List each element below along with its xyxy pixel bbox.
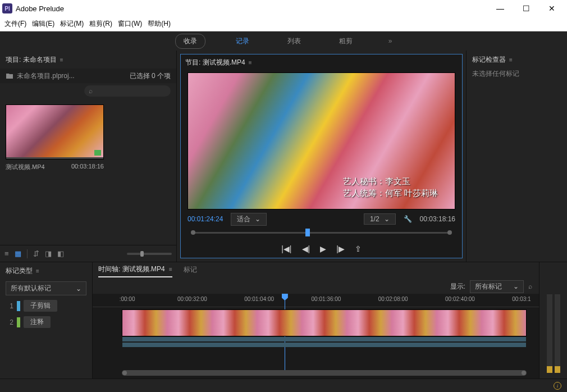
sort-icon[interactable]: ⇵: [33, 249, 39, 258]
marker-type-row[interactable]: 2 注释: [0, 314, 92, 330]
ruler-tick: 00:03:1: [512, 296, 531, 302]
ruler-tick: 00:02:08:00: [378, 296, 408, 302]
filter2-icon[interactable]: ◧: [57, 249, 64, 258]
info-icon[interactable]: i: [554, 382, 561, 390]
clip-grid: 测试视频.MP4 00:03:18:16: [0, 99, 176, 177]
step-forward-button[interactable]: |▶: [336, 244, 345, 253]
tab-timeline[interactable]: 时间轴: 测试视频.MP4 ≡: [98, 265, 172, 277]
ruler-tick: 00:00:32:00: [177, 296, 207, 302]
chevron-down-icon: ⌄: [76, 285, 81, 293]
tab-list[interactable]: 列表: [280, 34, 309, 48]
export-button[interactable]: ⇪: [355, 244, 362, 253]
marker-type-num: 1: [6, 302, 13, 310]
out-point-handle[interactable]: [447, 230, 452, 235]
zoom-fit-label: 适合: [237, 215, 250, 224]
search-icon: ⌕: [89, 87, 93, 95]
close-button[interactable]: ✕: [539, 0, 565, 17]
project-file[interactable]: 未命名项目.plproj...: [6, 71, 75, 81]
app-icon: Pl: [2, 3, 12, 13]
tab-logging[interactable]: 记录: [228, 34, 257, 48]
project-breadcrumb: 未命名项目.plproj... 已选择 0 个项: [0, 69, 176, 83]
tab-markers[interactable]: 标记: [184, 265, 197, 277]
caption-line-2: 艺人统筹：何军 叶莎莉琳: [343, 187, 438, 199]
marker-type-num: 2: [6, 318, 13, 326]
bottom-area: 标记类型 ≡ 所有默认标记 ⌄ 1 子剪辑 2 注释 时间轴: 测试视频.MP4…: [0, 262, 567, 379]
panel-menu-icon[interactable]: ≡: [249, 60, 252, 66]
audio-meter-right: [555, 294, 560, 373]
timeline-show-bar: 显示: 所有标记 ⌄ ⌕: [93, 279, 539, 294]
clip-duration: 00:03:18:16: [71, 163, 104, 171]
monitor-title: 节目: 测试视频.MP4: [185, 58, 245, 67]
timeline-ruler[interactable]: :00:00 00:00:32:00 00:01:04:00 00:01:36:…: [93, 294, 539, 307]
tab-ingest[interactable]: 收录: [175, 34, 205, 49]
marker-template-label: 所有默认标记: [11, 284, 51, 293]
marker-inspector-title: 标记检查器: [472, 55, 506, 65]
marker-types-title: 标记类型: [6, 266, 33, 276]
audio-meter-panel: [539, 262, 567, 379]
thumb-view-icon[interactable]: ▦: [15, 249, 21, 258]
menu-window[interactable]: 窗口(W): [118, 19, 142, 29]
menu-marker[interactable]: 标记(M): [60, 19, 84, 29]
panel-menu-icon[interactable]: ≡: [36, 268, 39, 274]
app-title: Adobe Prelude: [16, 4, 487, 13]
search-input[interactable]: ⌕: [84, 85, 171, 97]
show-markers-dropdown[interactable]: 所有标记 ⌄: [470, 280, 524, 293]
timeline-title: 时间轴: 测试视频.MP4: [98, 265, 165, 273]
play-button[interactable]: ▶: [320, 244, 326, 253]
timecode-current[interactable]: 00:01:24:24: [188, 215, 223, 223]
in-point-handle[interactable]: [191, 230, 195, 235]
clip-status-badge: [94, 150, 101, 156]
maximize-button[interactable]: ☐: [513, 0, 539, 17]
timecode-duration: 00:03:18:16: [420, 215, 455, 223]
panel-menu-icon[interactable]: ≡: [60, 57, 63, 63]
timeline-panel: 时间轴: 测试视频.MP4 ≡ 标记 显示: 所有标记 ⌄ ⌕ :00:00 0…: [93, 262, 539, 379]
video-display[interactable]: 艺人秘书：李文玉 艺人统筹：何军 叶莎莉琳: [188, 72, 455, 209]
zoom-slider[interactable]: [127, 253, 172, 255]
marker-inspector-panel: 标记检查器 ≡ 未选择任何标记: [466, 51, 567, 262]
menu-roughcut[interactable]: 粗剪(R): [89, 19, 112, 29]
zoom-fit-dropdown[interactable]: 适合 ⌄: [231, 213, 267, 226]
marker-inspector-empty: 未选择任何标记: [472, 69, 561, 79]
panel-menu-icon[interactable]: ≡: [169, 266, 172, 272]
caption-line-1: 艺人秘书：李文玉: [343, 175, 438, 187]
playhead[interactable]: [305, 229, 310, 236]
minimize-button[interactable]: —: [487, 0, 513, 17]
show-label: 显示:: [450, 282, 465, 291]
marker-template-dropdown[interactable]: 所有默认标记 ⌄: [6, 281, 86, 295]
resolution-dropdown[interactable]: 1/2 ⌄: [364, 213, 396, 225]
list-view-icon[interactable]: ≡: [4, 249, 9, 258]
step-back-button[interactable]: ◀|: [302, 244, 310, 253]
menu-help[interactable]: 帮助(H): [148, 19, 171, 29]
timeline-tabs: 时间轴: 测试视频.MP4 ≡ 标记: [93, 262, 539, 279]
marker-type-row[interactable]: 1 子剪辑: [0, 298, 92, 314]
clip-name: 测试视频.MP4: [6, 163, 45, 171]
filter-icon[interactable]: ◨: [45, 249, 52, 258]
timeline-tracks[interactable]: [93, 307, 539, 367]
main-area: 项目: 未命名项目 ≡ 未命名项目.plproj... 已选择 0 个项 ⌕ 测…: [0, 51, 567, 262]
ruler-tick: 00:01:36:00: [312, 296, 341, 302]
monitor-panel: 节目: 测试视频.MP4 ≡ 艺人秘书：李文玉 艺人统筹：何军 叶莎莉琳 00:…: [177, 51, 466, 262]
marker-type-swatch: [17, 301, 20, 311]
menubar: 文件(F) 编辑(E) 标记(M) 粗剪(R) 窗口(W) 帮助(H): [0, 17, 567, 31]
clip-thumbnail: [6, 104, 104, 159]
menu-file[interactable]: 文件(F): [4, 19, 26, 29]
menu-edit[interactable]: 编辑(E): [32, 19, 54, 29]
separator: [27, 249, 28, 258]
workspace-overflow-icon[interactable]: »: [388, 37, 392, 45]
search-icon[interactable]: ⌕: [528, 282, 532, 290]
video-track[interactable]: [122, 309, 527, 336]
project-footer: ≡ ▦ ⇵ ◨ ◧: [0, 245, 176, 262]
monitor-scrubber[interactable]: [188, 227, 455, 239]
project-title: 项目: 未命名项目: [6, 55, 57, 65]
tab-roughcut[interactable]: 粗剪: [331, 34, 360, 48]
mark-in-button[interactable]: |◀|: [281, 244, 291, 253]
search-row: ⌕: [0, 83, 176, 99]
ruler-tick: 00:02:40:00: [445, 296, 475, 302]
panel-menu-icon[interactable]: ≡: [509, 57, 513, 63]
clip-item[interactable]: 测试视频.MP4 00:03:18:16: [6, 104, 104, 171]
settings-icon[interactable]: 🔧: [404, 215, 412, 223]
selection-count: 已选择 0 个项: [130, 71, 171, 81]
ruler-tick: :00:00: [120, 296, 135, 302]
project-panel: 项目: 未命名项目 ≡ 未命名项目.plproj... 已选择 0 个项 ⌕ 测…: [0, 51, 177, 262]
timeline-scrollbar[interactable]: [93, 367, 539, 379]
